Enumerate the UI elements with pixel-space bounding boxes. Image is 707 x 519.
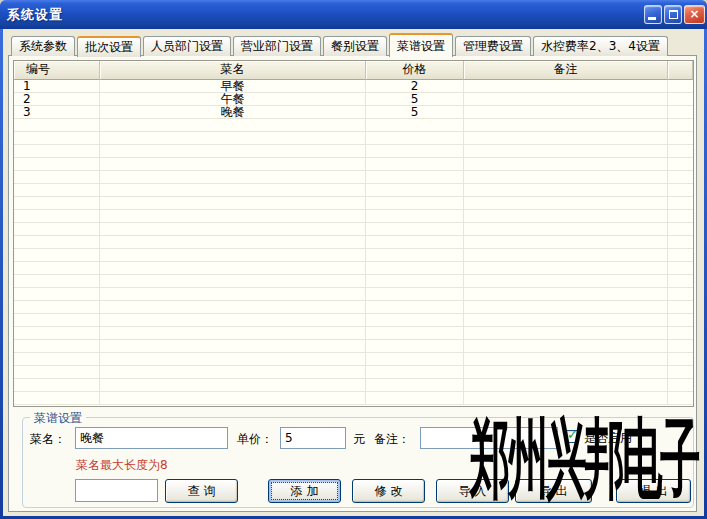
table-cell [464,262,668,275]
column-header[interactable]: 编号 [14,61,100,80]
table-filler-cell [668,392,693,405]
table-cell [366,275,464,288]
table-cell [100,197,366,210]
table-empty-row [14,223,693,236]
table-filler-cell [668,61,693,80]
tab-3[interactable]: 营业部门设置 [233,36,321,56]
table-cell [14,327,100,340]
window-title: 系统设置 [7,6,63,24]
system-settings-window: 系统设置 × 系统参数批次设置人员部门设置营业部门设置餐别设置菜谱设置管理费设置… [0,0,707,519]
table-cell [464,249,668,262]
table-filler-cell [668,145,693,158]
table-cell [366,262,464,275]
maximize-button[interactable] [664,5,682,24]
table-empty-row [14,392,693,405]
table-cell [464,288,668,301]
table-row[interactable]: 2午餐5 [14,93,693,106]
table-cell [14,184,100,197]
table-cell [464,314,668,327]
table-cell [366,327,464,340]
table-filler-cell [668,184,693,197]
table-cell [464,119,668,132]
tab-6[interactable]: 管理费设置 [455,36,531,56]
tab-bar: 系统参数批次设置人员部门设置营业部门设置餐别设置菜谱设置管理费设置水控费率2、3… [11,31,670,56]
dish-name-input[interactable] [75,427,228,449]
table-cell [100,301,366,314]
enabled-checkbox[interactable]: ✓ [566,430,579,443]
table-filler-cell [668,223,693,236]
table-empty-row [14,119,693,132]
enabled-checkbox-label: 是否启用 [584,431,632,445]
minimize-icon [648,17,656,20]
table-cell [100,340,366,353]
table-empty-row [14,314,693,327]
import-button[interactable]: 导 入 [436,479,509,503]
table-filler-cell [668,197,693,210]
table-cell [464,366,668,379]
table-cell [14,132,100,145]
table-empty-row [14,262,693,275]
export-button[interactable]: 导 出 [515,479,592,503]
modify-button[interactable]: 修 改 [352,479,425,503]
table-cell [100,327,366,340]
table-row[interactable]: 1早餐2 [14,80,693,93]
table-cell [464,184,668,197]
table-cell [14,249,100,262]
table-cell: 5 [366,93,464,106]
remark-input[interactable] [420,427,558,449]
table-cell [14,340,100,353]
table-cell [100,275,366,288]
table-cell [14,223,100,236]
table-cell [366,288,464,301]
table-cell [100,236,366,249]
table-cell [464,171,668,184]
table-empty-row [14,340,693,353]
unit-price-input[interactable] [280,427,346,449]
tab-5[interactable]: 菜谱设置 [389,33,453,57]
table-cell [14,197,100,210]
unit-price-label: 单价： [237,428,273,450]
add-button[interactable]: 添 加 [268,479,341,503]
close-button[interactable]: × [684,5,705,24]
table-cell [464,392,668,405]
table-cell [366,184,464,197]
tab-4[interactable]: 餐别设置 [323,36,387,56]
column-header[interactable]: 菜名 [100,61,366,80]
dish-table: 编号菜名价格备注1早餐22午餐53晚餐5 [13,60,694,407]
table-empty-row [14,301,693,314]
table-cell [14,353,100,366]
close-icon: × [689,7,699,21]
tab-2[interactable]: 人员部门设置 [143,36,231,56]
table-filler-cell [668,327,693,340]
tab-page-recipe-settings: 编号菜名价格备注1早餐22午餐53晚餐5 菜谱设置 菜名： 单价： 元 备注： … [8,55,697,512]
tab-7[interactable]: 水控费率2、3、4设置 [533,36,668,56]
table-cell [14,158,100,171]
query-button[interactable]: 查 询 [165,479,238,503]
table-filler-cell [668,288,693,301]
table-cell [100,353,366,366]
table-filler-cell [668,379,693,392]
table-filler-cell [668,262,693,275]
table-filler-cell [668,314,693,327]
minimize-button[interactable] [644,5,662,24]
table-cell [14,379,100,392]
table-empty-row [14,353,693,366]
search-input[interactable] [75,479,158,502]
exit-button[interactable]: 退 出 [616,479,691,503]
table-cell [366,249,464,262]
column-header[interactable]: 备注 [464,61,668,80]
table-cell [366,340,464,353]
table-cell [464,223,668,236]
tab-0[interactable]: 系统参数 [11,36,75,56]
table-filler-cell [668,275,693,288]
column-header[interactable]: 价格 [366,61,464,80]
table-row[interactable]: 3晚餐5 [14,106,693,119]
tab-1[interactable]: 批次设置 [77,36,141,57]
table-cell [366,197,464,210]
table-filler-cell [668,249,693,262]
table-cell [464,158,668,171]
table-cell [14,301,100,314]
table-cell [366,353,464,366]
table-empty-row [14,158,693,171]
table-cell [366,301,464,314]
